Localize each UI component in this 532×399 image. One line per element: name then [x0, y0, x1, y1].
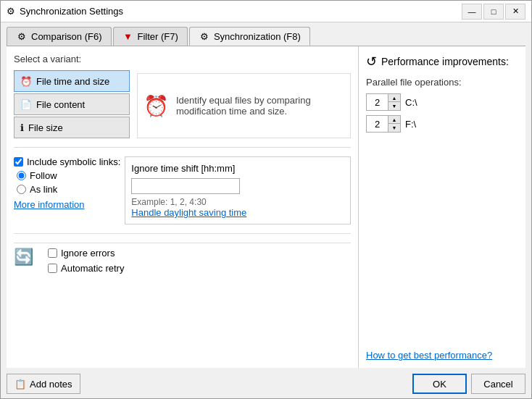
variant-file-time-size[interactable]: ⏰ File time and size — [14, 70, 130, 92]
spinner-f-up[interactable]: ▲ — [388, 116, 400, 124]
bottom-right-buttons: OK Cancel — [412, 374, 525, 394]
main-panel: Select a variant: ⏰ File time and size 📄… — [7, 46, 359, 368]
ok-button[interactable]: OK — [412, 374, 467, 394]
automatic-retry-checkbox[interactable] — [48, 264, 57, 273]
tab-bar: ⚙ Comparison (F6) ▼ Filter (F7) ⚙ Synchr… — [1, 22, 531, 46]
parallel-row-f: ▲ ▼ F:\ — [366, 115, 518, 133]
ignore-errors-row: Ignore errors — [48, 248, 124, 259]
spinner-f-down[interactable]: ▼ — [388, 124, 400, 132]
description-box: ⏰ Identify equal files by comparing modi… — [137, 73, 351, 138]
spinner-c-input[interactable] — [367, 94, 388, 110]
automatic-retry-label: Automatic retry — [61, 263, 124, 274]
example-text: Example: 1, 2, 4:30 — [131, 197, 344, 207]
file-time-size-icon: ⏰ — [20, 76, 32, 87]
errors-section: 🔄 Ignore errors Automatic retry — [14, 243, 351, 278]
window-title: Synchronization Settings — [20, 6, 123, 17]
symlinks-section: Include symbolic links: Follow As link M… — [14, 156, 120, 224]
drive-f-label: F:\ — [405, 119, 416, 130]
include-symlinks-checkbox[interactable] — [14, 157, 23, 167]
performance-title: ↺ Performance improvements: — [366, 54, 518, 70]
time-shift-label: Ignore time shift [hh:mm] — [131, 163, 344, 174]
spinner-f: ▲ ▼ — [366, 115, 401, 133]
file-time-size-label: File time and size — [36, 76, 109, 87]
add-notes-button[interactable]: 📋 Add notes — [7, 374, 80, 394]
follow-radio-row: Follow — [14, 170, 120, 181]
comparison-icon: ⚙ — [16, 31, 28, 43]
spinner-c: ▲ ▼ — [366, 93, 401, 111]
time-shift-input[interactable] — [131, 178, 240, 194]
tab-synchronization[interactable]: ⚙ Synchronization (F8) — [189, 27, 310, 46]
as-link-radio[interactable] — [17, 185, 26, 194]
tab-filter[interactable]: ▼ Filter (F7) — [113, 27, 188, 46]
follow-radio[interactable] — [17, 171, 26, 180]
divider-1 — [14, 147, 351, 148]
content-area: Select a variant: ⏰ File time and size 📄… — [7, 46, 525, 368]
tab-synchronization-label: Synchronization (F8) — [214, 31, 301, 42]
spinner-c-up[interactable]: ▲ — [388, 94, 400, 102]
tab-comparison[interactable]: ⚙ Comparison (F6) — [7, 27, 112, 46]
follow-label: Follow — [30, 170, 57, 181]
as-link-radio-row: As link — [14, 184, 120, 195]
as-link-label: As link — [30, 184, 57, 195]
title-bar-left: ⚙ Synchronization Settings — [7, 6, 123, 17]
variant-buttons: ⏰ File time and size 📄 File content ℹ Fi… — [14, 70, 130, 138]
variant-file-content[interactable]: 📄 File content — [14, 93, 130, 115]
divider-2 — [14, 233, 351, 234]
title-bar: ⚙ Synchronization Settings — □ ✕ — [1, 1, 531, 22]
add-notes-label: Add notes — [30, 379, 72, 390]
spinner-f-input[interactable] — [367, 116, 388, 132]
minimize-button[interactable]: — — [462, 4, 482, 20]
errors-icon: 🔄 — [14, 248, 33, 274]
tab-filter-label: Filter (F7) — [138, 31, 178, 42]
file-content-icon: 📄 — [20, 99, 32, 110]
select-variant-label: Select a variant: — [14, 54, 351, 64]
spinner-c-down[interactable]: ▼ — [388, 102, 400, 110]
parallel-row-c: ▲ ▼ C:\ — [366, 93, 518, 111]
file-size-icon: ℹ — [20, 122, 24, 133]
desc-clock-icon: ⏰ — [144, 94, 169, 118]
add-notes-icon: 📋 — [14, 379, 26, 390]
parallel-label: Parallel file operations: — [366, 77, 518, 88]
window: ⚙ Synchronization Settings — □ ✕ ⚙ Compa… — [0, 0, 532, 399]
right-panel: ↺ Performance improvements: Parallel fil… — [359, 46, 525, 368]
include-symlinks-label: Include symbolic links: — [27, 156, 120, 167]
file-size-label: File size — [28, 122, 63, 133]
variant-desc-row: ⏰ File time and size 📄 File content ℹ Fi… — [14, 70, 351, 138]
spinner-c-arrows: ▲ ▼ — [388, 94, 400, 110]
more-info-link[interactable]: More information — [14, 199, 120, 210]
sync-icon: ⚙ — [199, 30, 210, 42]
filter-icon: ▼ — [122, 31, 134, 43]
description-text: Identify equal files by comparing modifi… — [176, 95, 344, 117]
errors-checkboxes: Ignore errors Automatic retry — [48, 248, 124, 274]
ignore-errors-checkbox[interactable] — [48, 248, 57, 258]
ignore-errors-label: Ignore errors — [61, 248, 115, 259]
performance-title-label: Performance improvements: — [381, 56, 509, 67]
tab-comparison-label: Comparison (F6) — [31, 31, 102, 42]
how-to-link[interactable]: How to get best performance? — [366, 350, 518, 361]
include-symlinks-row: Include symbolic links: — [14, 156, 120, 167]
maximize-button[interactable]: □ — [483, 4, 504, 20]
cancel-button[interactable]: Cancel — [471, 374, 525, 394]
window-icon: ⚙ — [7, 6, 15, 17]
automatic-retry-row: Automatic retry — [48, 263, 124, 274]
title-bar-controls: — □ ✕ — [462, 4, 525, 20]
spinner-f-arrows: ▲ ▼ — [388, 116, 400, 132]
daylight-saving-link[interactable]: Handle daylight saving time — [131, 207, 246, 218]
middle-section: Include symbolic links: Follow As link M… — [14, 156, 351, 224]
file-content-label: File content — [36, 99, 85, 110]
time-shift-section: Ignore time shift [hh:mm] Example: 1, 2,… — [125, 156, 351, 224]
drive-c-label: C:\ — [405, 97, 417, 108]
close-button[interactable]: ✕ — [505, 4, 525, 20]
variant-file-size[interactable]: ℹ File size — [14, 117, 130, 138]
bottom-bar: 📋 Add notes OK Cancel — [1, 369, 531, 398]
performance-icon: ↺ — [366, 54, 377, 70]
